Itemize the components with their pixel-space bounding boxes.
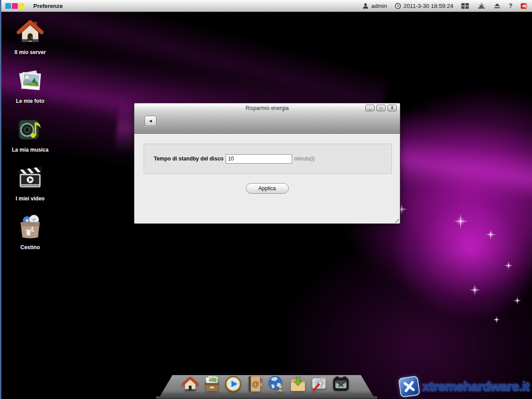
minimize-button[interactable]: _: [365, 105, 375, 111]
system-logo: [5, 3, 24, 9]
back-button[interactable]: ◄: [145, 116, 156, 126]
top-menu-bar: Preferenze admin 2011-3-30 18:59:24 ?: [0, 0, 532, 12]
desktop-item-my-server[interactable]: Il mio server: [4, 17, 56, 66]
username-label: admin: [371, 3, 387, 9]
dock-disk-utility[interactable]: [310, 375, 329, 394]
disk-utility-icon: [310, 375, 329, 393]
media-player-icon: [224, 375, 243, 393]
logo-square-yellow: [19, 3, 24, 9]
photos-icon: [16, 67, 44, 94]
dock-media-player[interactable]: [224, 375, 243, 394]
resize-grip[interactable]: [393, 217, 399, 223]
desktop-item-my-photos[interactable]: Le mie foto: [4, 66, 56, 114]
standby-settings-panel: Tempo di standby del disco minuto(i): [144, 144, 392, 174]
logo-square-blue: [5, 3, 11, 9]
trash-icon: [16, 213, 44, 241]
close-button[interactable]: X: [387, 105, 397, 111]
maximize-button[interactable]: □: [376, 105, 386, 111]
home-icon: [181, 375, 200, 393]
home-icon: [16, 18, 44, 46]
xtremehardware-logo-icon: [398, 376, 420, 398]
svg-text:@: @: [252, 380, 259, 388]
screen-edge-line: [0, 0, 1, 399]
xtremehardware-watermark: xtremehardware.it: [399, 377, 529, 396]
toolbox-icon: [332, 375, 350, 393]
video-icon: [16, 164, 44, 192]
apply-button[interactable]: Applica: [246, 183, 289, 194]
eject-icon[interactable]: [493, 3, 501, 9]
desktop-item-label: Cestino: [20, 244, 40, 250]
window-title: Risparmio energia: [134, 105, 400, 111]
logout-icon[interactable]: [520, 2, 528, 10]
help-icon[interactable]: ?: [509, 2, 512, 9]
standby-time-input[interactable]: [226, 154, 292, 164]
desktop-item-label: La mia musica: [12, 147, 49, 153]
dock-toolbox[interactable]: [332, 375, 350, 394]
contacts-icon: @: [246, 375, 264, 393]
clock-display: 2011-3-30 18:59:24: [395, 3, 454, 9]
standby-unit-label: minuto(i): [294, 156, 315, 162]
desktop-item-my-videos[interactable]: I miei video: [4, 163, 56, 212]
desktop-item-label: I miei video: [16, 196, 44, 202]
dock-download[interactable]: [289, 375, 307, 394]
desktop-item-label: Il mio server: [15, 49, 46, 55]
window-controls: _ □ X: [365, 105, 397, 111]
photos-icon: [203, 375, 221, 393]
windows-icon[interactable]: [461, 3, 469, 9]
window-body: Tempo di standby del disco minuto(i) App…: [134, 134, 400, 223]
music-icon: [16, 116, 44, 143]
web-icon: [267, 375, 286, 393]
tasks-icon[interactable]: [477, 3, 486, 9]
dock-contacts[interactable]: @: [246, 375, 264, 394]
dock-platform-front: [156, 396, 377, 399]
clock-icon: [395, 3, 401, 9]
window-titlebar[interactable]: Risparmio energia _ □ X ◄: [134, 103, 400, 134]
back-arrow-icon: ◄: [149, 118, 153, 123]
menu-preferenze[interactable]: Preferenze: [31, 3, 64, 9]
dock-photos[interactable]: [203, 375, 221, 394]
risparmio-energia-window: Risparmio energia _ □ X ◄ Tempo di stand…: [134, 103, 400, 224]
dock-home[interactable]: [181, 375, 200, 394]
desktop-item-my-music[interactable]: La mia musica: [4, 114, 56, 163]
datetime-label: 2011-3-30 18:59:24: [403, 3, 454, 9]
standby-time-label: Tempo di standby del disco: [154, 156, 223, 162]
desktop-icons: Il mio server Le mie foto: [4, 17, 56, 261]
user-icon: [362, 3, 369, 9]
dock: @: [181, 374, 350, 394]
watermark-text: xtremehardware.it: [422, 379, 529, 394]
desktop-item-trash[interactable]: Cestino: [4, 212, 56, 261]
logo-square-magenta: [12, 3, 18, 9]
background-glow: [239, 204, 532, 399]
desktop-item-label: Le mie foto: [16, 98, 44, 104]
download-icon: [289, 375, 307, 393]
dock-web[interactable]: [267, 375, 286, 394]
user-menu[interactable]: admin: [362, 3, 387, 9]
